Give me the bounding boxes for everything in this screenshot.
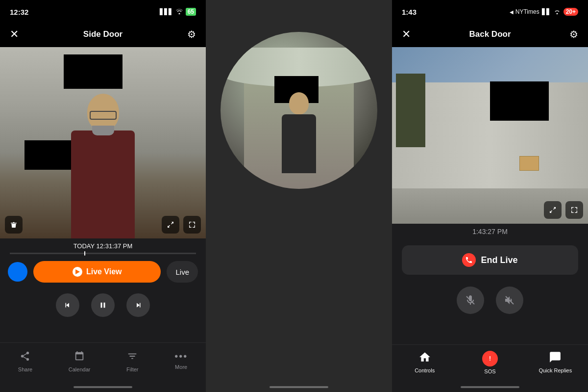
camera-title-1: Side Door	[83, 29, 122, 39]
quick-replies-icon	[549, 351, 562, 366]
chevron-left-icon: ◀	[510, 9, 514, 15]
camera-overlay-3	[397, 201, 583, 219]
audio-controls	[392, 283, 588, 318]
timeline-label: TODAY 12:31:37 PM	[0, 242, 206, 250]
camera-view-2	[206, 20, 392, 201]
home-indicator-1	[0, 382, 206, 392]
gear-button-1[interactable]: ⚙	[187, 28, 196, 40]
expand-icons-3	[544, 201, 583, 219]
fullscreen-icon-3[interactable]	[565, 201, 583, 219]
phone-end-icon	[462, 253, 476, 267]
quick-replies-label: Quick Replies	[539, 367, 572, 373]
playback-controls	[0, 287, 206, 323]
close-button-3[interactable]: ✕	[402, 28, 411, 41]
controls-row: Live View Live	[0, 256, 206, 287]
pause-button[interactable]	[91, 293, 115, 317]
camera-view-1	[0, 47, 206, 238]
delete-icon[interactable]	[5, 216, 23, 234]
skip-forward-button[interactable]	[126, 293, 150, 317]
sos-text: !	[489, 355, 491, 362]
panel-middle	[206, 0, 392, 392]
timestamp-3: 1:43:27 PM	[392, 224, 588, 237]
controls-icon	[418, 351, 431, 366]
expand-icon-3[interactable]	[544, 201, 562, 219]
expand-icon[interactable]	[162, 216, 179, 234]
live-view-button[interactable]: Live View	[33, 261, 161, 283]
end-live-button[interactable]: End Live	[402, 245, 578, 275]
more-label: More	[175, 364, 187, 370]
calendar-label: Calendar	[69, 366, 91, 372]
status-icons-3: ◀ NYTimes ▋▋ 20+	[510, 8, 578, 16]
status-bar-1: 12:32 ▋▋▋ 65	[0, 0, 206, 22]
wifi-icon-3	[553, 8, 561, 16]
live-badge-label: Live	[175, 268, 189, 276]
panel-back-door: 1:43 ◀ NYTimes ▋▋ 20+ ✕ Back Door ⚙	[392, 0, 588, 392]
panel-side-door: 12:32 ▋▋▋ 65 ✕ Side Door ⚙	[0, 0, 206, 392]
filter-label: Filter	[126, 366, 138, 372]
camera-overlay-1	[5, 216, 201, 234]
live-indicator-dot	[8, 262, 27, 282]
share-icon	[20, 351, 30, 365]
timeline-bar[interactable]	[10, 253, 196, 254]
gear-button-3[interactable]: ⚙	[569, 28, 578, 40]
live-badge[interactable]: Live	[167, 261, 198, 283]
time-1: 12:32	[10, 8, 28, 16]
controls-nav-item[interactable]: Controls	[405, 351, 444, 374]
redaction-box-1	[64, 54, 122, 89]
sos-icon: !	[482, 351, 498, 366]
home-bar-1	[74, 386, 132, 388]
camera-view-3	[392, 47, 588, 224]
bottom-nav-3: Controls ! SOS Quick Replies	[392, 344, 588, 382]
status-bar-3: 1:43 ◀ NYTimes ▋▋ 20+	[392, 0, 588, 22]
live-view-label: Live View	[86, 267, 122, 276]
play-circle-icon	[73, 267, 82, 277]
expand-icons	[162, 216, 201, 234]
camera-title-3: Back Door	[469, 29, 511, 39]
sos-label: SOS	[484, 368, 495, 374]
play-triangle-icon	[75, 269, 80, 274]
timeline-area: TODAY 12:31:37 PM	[0, 238, 206, 256]
signal-icon-1: ▋▋▋	[160, 8, 173, 15]
nytimes-label: NYTimes	[515, 8, 539, 15]
controls-label: Controls	[415, 367, 435, 373]
sos-nav-item[interactable]: ! SOS	[470, 351, 510, 374]
speaker-button[interactable]	[496, 287, 523, 314]
status-icons-1: ▋▋▋ 65	[160, 8, 196, 16]
calendar-nav-item[interactable]: Calendar	[69, 351, 91, 372]
signal-icon-3: ▋▋	[542, 8, 551, 15]
microphone-button[interactable]	[457, 287, 484, 314]
share-label: Share	[18, 366, 32, 372]
home-bar-3	[461, 386, 519, 388]
nav-bar-3: ✕ Back Door ⚙	[392, 22, 588, 47]
share-nav-item[interactable]: Share	[18, 351, 32, 372]
battery-1: 65	[186, 8, 196, 16]
filter-nav-item[interactable]: Filter	[126, 351, 138, 372]
nav-bar-1: ✕ Side Door ⚙	[0, 22, 206, 47]
close-button-1[interactable]: ✕	[10, 28, 19, 41]
fullscreen-icon[interactable]	[183, 216, 201, 234]
end-live-label: End Live	[481, 255, 517, 265]
more-nav-item[interactable]: ••• More	[174, 351, 188, 372]
notification-badge-3: 20+	[564, 8, 578, 16]
filter-icon	[127, 351, 138, 365]
calendar-icon	[74, 351, 85, 365]
wifi-icon-1	[175, 8, 183, 16]
home-bar-2	[270, 386, 328, 388]
home-indicator-2	[206, 382, 392, 392]
redaction-box-3	[490, 81, 549, 121]
skip-back-button[interactable]	[56, 293, 79, 317]
nytimes-notification: ◀ NYTimes	[510, 8, 539, 15]
home-indicator-3	[392, 382, 588, 392]
more-icon: •••	[174, 351, 188, 362]
bottom-nav-1: Share Calendar Filter ••• More	[0, 342, 206, 382]
camera-feed-1	[0, 47, 206, 238]
time-3: 1:43	[402, 8, 416, 16]
quick-replies-nav-item[interactable]: Quick Replies	[536, 351, 575, 374]
